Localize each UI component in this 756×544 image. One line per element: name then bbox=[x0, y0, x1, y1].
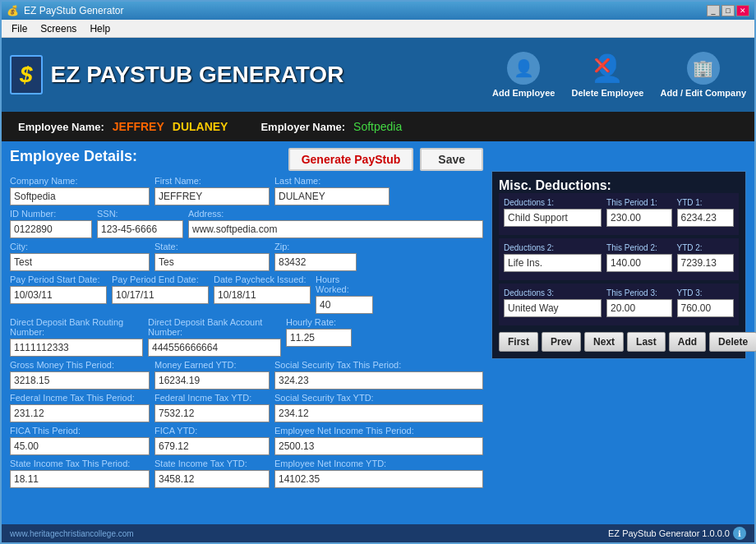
period3-label: This Period 3: bbox=[606, 288, 671, 297]
ytd1-input[interactable] bbox=[677, 209, 734, 227]
next-button[interactable]: Next bbox=[584, 332, 624, 352]
pay-end-label: Pay Period End Date: bbox=[112, 274, 209, 284]
generate-paystub-button[interactable]: Generate PayStub bbox=[288, 148, 414, 171]
emp-net-period-label: Employee Net Income This Period: bbox=[274, 426, 483, 436]
add-edit-company-button[interactable]: 🏢 Add / Edit Company bbox=[661, 52, 747, 98]
footer: www.heritagechristiancollege.com EZ PayS… bbox=[2, 524, 754, 542]
account-label: Direct Deposit Bank Account Number: bbox=[148, 317, 281, 337]
form-row-7: Federal Incme Tax This Period: Federal I… bbox=[10, 393, 483, 422]
logo-text: EZ PAYSTUB GENERATOR bbox=[51, 62, 344, 88]
header-actions: 👤 Add Employee 👤 ❌ Delete Employee 🏢 Add… bbox=[492, 52, 746, 98]
footer-right: EZ PayStub Generator 1.0.0.0 ℹ bbox=[608, 527, 746, 540]
company-name-input[interactable] bbox=[10, 187, 150, 205]
delete-employee-button[interactable]: 👤 ❌ Delete Employee bbox=[571, 52, 643, 98]
zip-input[interactable] bbox=[274, 253, 357, 271]
fica-ytd-input[interactable] bbox=[154, 437, 270, 455]
logo-area: $ EZ PAYSTUB GENERATOR bbox=[10, 55, 343, 95]
footer-app-name: EZ PayStub Generator 1.0.0.0 bbox=[608, 528, 730, 538]
gross-money-input[interactable] bbox=[10, 371, 150, 390]
id-number-input[interactable] bbox=[10, 220, 92, 238]
employer-name-value: Softpedia bbox=[353, 120, 402, 133]
add-employee-label: Add Employee bbox=[492, 88, 555, 98]
add-button[interactable]: Add bbox=[669, 332, 706, 352]
ss-tax-period-label: Social Security Tax This Period: bbox=[274, 360, 483, 370]
main-content: Employee Details: Generate PayStub Save … bbox=[2, 141, 754, 524]
maximize-button[interactable]: □ bbox=[721, 5, 735, 16]
ded1-label: Deductions 1: bbox=[504, 198, 602, 207]
date-paycheck-label: Date Paycheck Issued: bbox=[214, 274, 311, 284]
address-input[interactable] bbox=[188, 220, 483, 238]
ded2-label: Deductions 2: bbox=[504, 243, 602, 252]
id-number-label: ID Number: bbox=[10, 209, 92, 219]
employee-first-name: JEFFREY bbox=[113, 120, 164, 133]
emp-net-period-input[interactable] bbox=[274, 437, 483, 455]
titlebar-icon: 💰 bbox=[7, 5, 19, 16]
date-paycheck-input[interactable] bbox=[214, 286, 311, 304]
last-name-input[interactable] bbox=[274, 187, 390, 205]
federal-tax-ytd-input[interactable] bbox=[154, 404, 270, 422]
ssn-input[interactable] bbox=[97, 220, 183, 238]
info-icon[interactable]: ℹ bbox=[733, 527, 746, 540]
save-button[interactable]: Save bbox=[420, 148, 483, 171]
prev-button[interactable]: Prev bbox=[542, 332, 581, 352]
pay-start-label: Pay Period Start Date: bbox=[10, 274, 107, 284]
ded2-input[interactable] bbox=[504, 254, 602, 272]
add-edit-company-label: Add / Edit Company bbox=[661, 88, 747, 98]
company-name-label: Company Name: bbox=[10, 176, 150, 186]
ssn-label: SSN: bbox=[97, 209, 183, 219]
federal-tax-ytd-label: Federal Incme Tax YTD: bbox=[154, 393, 270, 403]
money-ytd-label: Money Earned YTD: bbox=[154, 360, 270, 370]
last-button[interactable]: Last bbox=[627, 332, 666, 352]
period1-label: This Period 1: bbox=[606, 198, 671, 207]
routing-input[interactable] bbox=[10, 339, 143, 357]
period1-input[interactable] bbox=[606, 209, 671, 227]
menu-help[interactable]: Help bbox=[83, 21, 117, 36]
close-button[interactable]: ✕ bbox=[736, 5, 749, 16]
address-label: Address: bbox=[188, 209, 483, 219]
ytd2-input[interactable] bbox=[677, 254, 734, 272]
ded3-input[interactable] bbox=[504, 299, 602, 317]
employee-name-label: Employee Name: bbox=[18, 121, 104, 133]
misc-deductions-title: Misc. Deductions: bbox=[499, 178, 611, 192]
menu-screens[interactable]: Screens bbox=[34, 21, 83, 36]
add-edit-company-icon: 🏢 bbox=[687, 52, 720, 85]
ded1-input[interactable] bbox=[504, 209, 602, 227]
nav-row: First Prev Next Last Add Delete bbox=[499, 332, 739, 352]
emp-net-ytd-input[interactable] bbox=[274, 470, 483, 488]
state-tax-period-input[interactable] bbox=[10, 470, 150, 488]
last-name-label: Last Name: bbox=[274, 176, 390, 186]
pay-end-input[interactable] bbox=[112, 286, 209, 304]
minimize-button[interactable]: _ bbox=[707, 5, 720, 16]
logo-dollar-sign: $ bbox=[20, 62, 33, 87]
state-label: State: bbox=[154, 242, 270, 251]
ss-tax-ytd-input[interactable] bbox=[274, 404, 483, 422]
period2-input[interactable] bbox=[606, 254, 671, 272]
menubar: File Screens Help bbox=[2, 20, 754, 38]
delete-button[interactable]: Delete bbox=[709, 332, 756, 352]
federal-tax-period-input[interactable] bbox=[10, 404, 150, 422]
ytd3-input[interactable] bbox=[677, 299, 734, 317]
pay-start-input[interactable] bbox=[10, 286, 107, 304]
add-employee-button[interactable]: 👤 Add Employee bbox=[492, 52, 555, 98]
employee-bar: Employee Name: JEFFREY DULANEY Employer … bbox=[2, 112, 754, 141]
hourly-rate-label: Hourly Rate: bbox=[286, 317, 352, 327]
gross-money-label: Gross Money This Period: bbox=[10, 360, 150, 370]
state-input[interactable] bbox=[154, 253, 270, 271]
form-row-4: Pay Period Start Date: Pay Period End Da… bbox=[10, 274, 483, 314]
deduction-row-1: Deductions 1: This Period 1: YTD 1: bbox=[499, 193, 739, 235]
city-input[interactable] bbox=[10, 253, 150, 271]
state-tax-ytd-input[interactable] bbox=[154, 470, 270, 488]
hours-worked-input[interactable] bbox=[316, 296, 373, 314]
ss-tax-period-input[interactable] bbox=[274, 371, 483, 390]
menu-file[interactable]: File bbox=[5, 21, 34, 36]
money-ytd-input[interactable] bbox=[154, 371, 270, 390]
fica-period-label: FICA This Period: bbox=[10, 426, 150, 436]
fica-period-input[interactable] bbox=[10, 437, 150, 455]
period2-label: This Period 2: bbox=[606, 243, 671, 252]
hourly-rate-input[interactable] bbox=[286, 329, 352, 347]
first-name-input[interactable] bbox=[154, 187, 270, 205]
first-button[interactable]: First bbox=[499, 332, 538, 352]
period3-input[interactable] bbox=[606, 299, 671, 317]
account-input[interactable] bbox=[148, 339, 281, 357]
delete-employee-icon: 👤 ❌ bbox=[591, 52, 624, 85]
